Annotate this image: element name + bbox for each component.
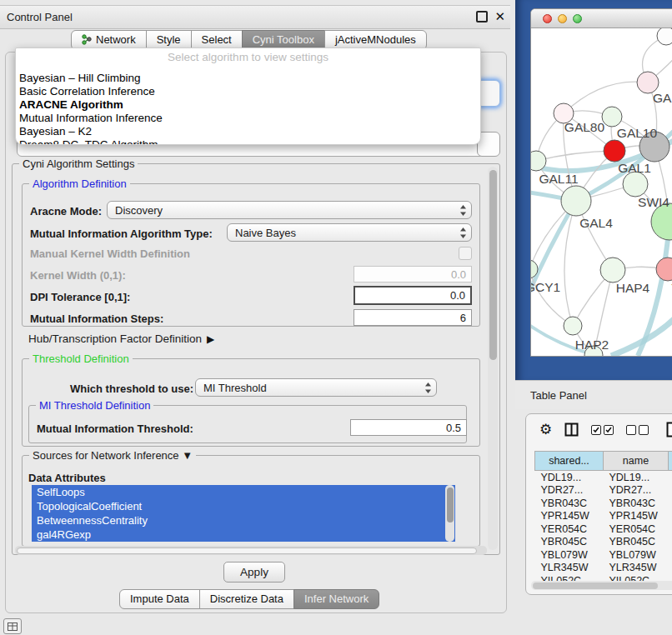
table-cell[interactable]: YPR145W: [535, 510, 604, 523]
table-row[interactable]: YDR27...YDR27...12: [535, 484, 672, 498]
network-node[interactable]: [656, 258, 672, 281]
dropdown-placeholder: Select algorithm to view settings: [16, 48, 480, 63]
cyni-bottom-tabbar: Impute Data Discretize Data Infer Networ…: [120, 589, 379, 609]
table-cell[interactable]: YER054C: [604, 522, 669, 536]
table-cell[interactable]: YER054C: [535, 522, 604, 536]
table-cell[interactable]: YLR345W: [535, 562, 604, 575]
table-row[interactable]: YLR345WYLR345W9.: [535, 562, 672, 575]
network-node[interactable]: [604, 140, 625, 162]
network-window-titlebar[interactable]: [531, 9, 672, 28]
float-icon[interactable]: [476, 11, 488, 22]
algorithm-option[interactable]: Bayesian – K2: [16, 125, 480, 138]
group-title: Algorithm Definition: [29, 178, 130, 190]
manual-kernel-checkbox[interactable]: [459, 247, 472, 260]
combo-arrows-icon: [459, 227, 467, 239]
algorithm-option[interactable]: Mutual Information Inference: [16, 112, 480, 125]
aracne-mode-combo[interactable]: Discovery: [107, 201, 472, 219]
mi-steps-label: Mutual Information Steps:: [30, 312, 163, 325]
deselect-all-icon[interactable]: [626, 425, 649, 435]
apply-button[interactable]: Apply: [223, 562, 285, 582]
minimize-traffic-light-icon[interactable]: [558, 14, 567, 23]
collapse-arrow-icon[interactable]: ▼: [182, 449, 193, 462]
attribute-item[interactable]: gal4RGexp: [32, 528, 455, 542]
table-cell[interactable]: YBL079W: [535, 548, 604, 562]
network-node[interactable]: [600, 258, 625, 282]
table-row[interactable]: YBR043CYBR043C: [535, 497, 672, 510]
table-row[interactable]: YDL19...YDL19...13: [535, 471, 672, 484]
attributes-scrollbar[interactable]: [445, 485, 454, 542]
table-cell[interactable]: YLR345W: [604, 562, 669, 575]
table-cell[interactable]: YBR043C: [535, 497, 604, 510]
algorithm-option[interactable]: Basic Correlation Inference: [16, 85, 480, 98]
table-cell[interactable]: YDR27...: [604, 484, 669, 498]
attribute-item[interactable]: BetweennessCentrality: [32, 513, 455, 528]
table-cell[interactable]: YBL079W: [604, 548, 669, 562]
table-cell[interactable]: 9.: [669, 510, 672, 523]
network-node[interactable]: [623, 172, 648, 197]
kernel-width-field[interactable]: 0.0: [354, 266, 472, 282]
settings-horizontal-scrollbar[interactable]: [15, 546, 487, 555]
network-svg: GALGAL80GAL10GAL1GAL11SWI4GAL4HAP4YGCY1H…: [531, 28, 672, 356]
algorithm-option[interactable]: Bayesian – Hill Climbing: [16, 72, 480, 85]
algorithm-option[interactable]: Dream8 DC_TDC Algorithm: [16, 138, 480, 145]
column-header-extra[interactable]: [669, 452, 672, 471]
network-node[interactable]: [561, 186, 591, 216]
table-body: YDL19...YDL19...13YDR27...YDR27...12YBR0…: [535, 471, 672, 588]
zoom-traffic-light-icon[interactable]: [573, 14, 582, 23]
attribute-item[interactable]: SelfLoops: [32, 485, 455, 499]
table-row[interactable]: YBL079WYBL079W: [535, 548, 672, 562]
attribute-item[interactable]: TopologicalCoefficient: [32, 499, 455, 513]
table-row[interactable]: YBR045CYBR045C9.: [535, 536, 672, 549]
hub-definition-toggle[interactable]: Hub/Transcription Factor Definition▶: [28, 332, 214, 345]
table-cell[interactable]: [669, 548, 672, 562]
network-node[interactable]: [657, 28, 672, 45]
table-cell[interactable]: YDL19...: [535, 471, 604, 484]
table-panel-strip: Table Panel: [515, 380, 672, 409]
table-row[interactable]: YER054CYER054C8.: [535, 522, 672, 536]
table-cell[interactable]: YDL19...: [604, 471, 669, 484]
network-canvas[interactable]: GALGAL80GAL10GAL1GAL11SWI4GAL4HAP4YGCY1H…: [531, 28, 672, 356]
which-threshold-combo[interactable]: MI Threshold: [195, 378, 437, 397]
network-edge[interactable]: [536, 151, 614, 161]
aracne-mode-label: Aracne Mode:: [30, 205, 102, 218]
mi-type-combo[interactable]: Naive Bayes: [227, 223, 472, 242]
table-cell[interactable]: YDR27...: [535, 484, 604, 498]
tab-impute-data[interactable]: Impute Data: [119, 589, 200, 609]
table-horizontal-scrollbar[interactable]: [531, 581, 672, 590]
hub-definition-label: Hub/Transcription Factor Definition: [28, 332, 202, 345]
table-cell[interactable]: YBR043C: [604, 497, 669, 510]
table-cell[interactable]: YPR145W: [604, 510, 669, 523]
split-columns-icon[interactable]: [564, 422, 579, 437]
table-cell[interactable]: 12: [669, 484, 672, 498]
node-label: GAL1: [618, 161, 651, 175]
select-all-icon[interactable]: [591, 425, 614, 435]
table-cell[interactable]: 9.: [669, 536, 672, 549]
close-icon[interactable]: ✕: [494, 11, 505, 22]
table-cell[interactable]: [669, 497, 672, 510]
settings-vertical-scrollbar[interactable]: [488, 167, 498, 550]
network-node[interactable]: [564, 317, 582, 335]
algorithm-option[interactable]: ARACNE Algorithm: [16, 98, 480, 112]
tab-discretize-data[interactable]: Discretize Data: [199, 589, 294, 609]
mi-threshold-field[interactable]: 0.5: [350, 419, 467, 436]
tab-label: Impute Data: [130, 592, 189, 605]
node-label: GAL10: [617, 126, 658, 140]
table-cell[interactable]: YBR045C: [604, 536, 669, 549]
network-node[interactable]: [602, 107, 622, 127]
dpi-tolerance-field[interactable]: 0.0: [354, 286, 472, 305]
gear-icon[interactable]: ⚙: [539, 422, 552, 437]
new-table-icon[interactable]: [666, 422, 672, 438]
table-cell[interactable]: 9.: [669, 562, 672, 575]
table-cell[interactable]: YBR045C: [535, 536, 604, 549]
data-attributes-list[interactable]: SelfLoopsTopologicalCoefficientBetweenne…: [32, 485, 455, 542]
column-header-name[interactable]: name: [604, 452, 669, 471]
mi-steps-field[interactable]: 6: [354, 309, 472, 326]
mi-type-label: Mutual Information Algorithm Type:: [30, 228, 213, 240]
table-cell[interactable]: 8.: [669, 522, 672, 536]
table-row[interactable]: YPR145WYPR145W9.: [535, 510, 672, 523]
column-header-shared[interactable]: shared...: [535, 452, 604, 471]
tab-infer-network[interactable]: Infer Network: [293, 589, 379, 609]
collapsed-panel-icon[interactable]: [3, 618, 22, 634]
table-cell[interactable]: 13: [669, 471, 672, 484]
close-traffic-light-icon[interactable]: [543, 14, 552, 23]
